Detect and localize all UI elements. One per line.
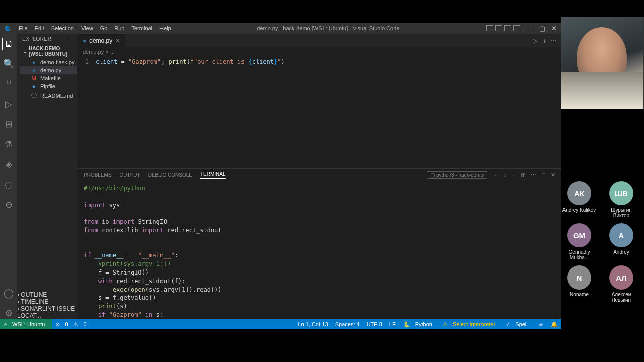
layout-icon[interactable] [504, 25, 511, 31]
search-icon[interactable]: 🔍 [3, 58, 15, 70]
menu-terminal[interactable]: Terminal [128, 24, 156, 33]
chevron-down-icon[interactable]: ⌄ [503, 172, 507, 178]
sidebar-section-timeline[interactable]: › TIMELINE [17, 298, 77, 305]
participant-name: Gennadiy Mukha... [560, 249, 598, 260]
tab-debug-console[interactable]: DEBUG CONSOLE [148, 172, 192, 178]
project-root[interactable]: ⌄ HACK-DEMO [WSL: UBUNTU] [17, 44, 77, 58]
layout-icon[interactable] [513, 25, 520, 31]
split-terminal-icon[interactable]: ⫞ [512, 172, 515, 178]
menu-file[interactable]: File [15, 24, 31, 33]
minimize-button[interactable]: — [524, 24, 536, 33]
more-icon[interactable]: ⋯ [67, 36, 73, 42]
gear-icon[interactable]: ⚙ [3, 307, 15, 319]
split-editor-icon[interactable]: ⫞ [542, 37, 545, 44]
title-bar: ⧉ File Edit Selection View Go Run Termin… [0, 23, 561, 34]
python-icon: ● [83, 37, 86, 44]
remote-icon[interactable]: ◌ [3, 178, 15, 191]
participant[interactable]: ШВ Шурыгин Виктор [603, 181, 640, 218]
status-language[interactable]: 🐍 Python [399, 321, 439, 328]
terminal-interpreter[interactable]: ▢ python3 - hack-demo [427, 171, 487, 179]
remote-indicator[interactable]: ⟐ WSL: Ubuntu [0, 319, 52, 329]
makefile-icon: M [30, 75, 37, 81]
layout-controls [482, 25, 524, 31]
status-feedback-icon[interactable]: ☺ [535, 321, 547, 328]
more-actions-icon[interactable]: ⋯ [550, 37, 556, 44]
trash-icon[interactable]: 🗑 [520, 172, 526, 178]
terminal[interactable]: #!/usr/bin/python import sys from io imp… [77, 181, 561, 319]
new-terminal-icon[interactable]: ＋ [492, 171, 498, 179]
editor-pane: ● demo.py ✕ ▷ ⫞ ⋯ demo.py > ... 1 client… [77, 34, 561, 319]
avatar: GM [567, 223, 591, 247]
file-demo[interactable]: ●demo.py [20, 66, 77, 74]
participant[interactable]: АЛ Алексей Левькин [603, 265, 640, 303]
status-cursor-pos[interactable]: Ln 1, Col 13 [294, 321, 331, 328]
participant-name: Noname [560, 292, 598, 297]
markdown-icon: ⓘ [30, 92, 37, 99]
status-spell[interactable]: ✓ Spell [502, 321, 534, 328]
maximize-button[interactable]: ▢ [537, 24, 548, 33]
docker-icon[interactable]: ◈ [3, 158, 15, 170]
tab-demo[interactable]: ● demo.py ✕ [77, 34, 126, 47]
close-button[interactable]: ✕ [549, 24, 559, 33]
pipfile-icon: ● [30, 83, 37, 89]
status-encoding[interactable]: UTF-8 [363, 321, 386, 328]
status-eol[interactable]: LF [386, 321, 399, 328]
file-readme[interactable]: ⓘREADME.md [20, 90, 77, 100]
status-bell-icon[interactable]: 🔔 [547, 321, 561, 328]
participant-name: Andrey [603, 249, 640, 255]
participant[interactable]: N Noname [560, 265, 598, 303]
python-icon: ● [30, 59, 37, 65]
testing-icon[interactable]: ⚗ [3, 138, 15, 150]
other-icon[interactable]: ⊖ [3, 199, 15, 211]
close-tab-icon[interactable]: ✕ [115, 37, 120, 44]
participant[interactable]: A Andrey [603, 223, 640, 260]
sidebar-section-outline[interactable]: › OUTLINE [17, 291, 77, 298]
tab-terminal[interactable]: TERMINAL [200, 171, 226, 179]
breadcrumb[interactable]: demo.py > ... [77, 47, 561, 56]
layout-icon[interactable] [486, 25, 493, 31]
menu-selection[interactable]: Selection [48, 24, 77, 33]
extensions-icon[interactable]: ⊞ [3, 118, 15, 130]
python-icon: ● [30, 67, 37, 73]
status-errors[interactable]: ⊘ 0 ⚠ 0 [52, 321, 93, 328]
menu-go[interactable]: Go [97, 24, 111, 33]
vscode-logo-icon: ⧉ [0, 24, 15, 33]
window-title: demo.py - hack-demo [WSL: Ubuntu] - Visu… [175, 25, 482, 31]
avatar: ШВ [609, 181, 633, 205]
participant[interactable]: GM Gennadiy Mukha... [560, 223, 598, 260]
status-interpreter-warning[interactable]: ⚠ Select Interpreter [439, 321, 502, 328]
more-icon[interactable]: ⋯ [531, 172, 536, 178]
avatar: N [567, 265, 591, 290]
code-editor[interactable]: 1 client = "Gazprom"; print(f"our client… [77, 56, 561, 168]
line-number: 1 [77, 58, 96, 65]
menu-run[interactable]: Run [111, 24, 128, 33]
status-spaces[interactable]: Spaces: 4 [332, 321, 363, 328]
chevron-up-icon[interactable]: ⌃ [541, 172, 546, 178]
participant-name: Алексей Левькин [603, 292, 640, 303]
menu-help[interactable]: Help [156, 24, 175, 33]
vscode-window: ⧉ File Edit Selection View Go Run Termin… [0, 23, 561, 329]
participant[interactable]: АК Andrey Kulikov [560, 181, 598, 218]
sidebar-section-sonarlint[interactable]: › SONARLINT ISSUE LOCAT... [17, 305, 77, 319]
account-icon[interactable]: ◯ [3, 287, 15, 299]
bottom-panel: PROBLEMS OUTPUT DEBUG CONSOLE TERMINAL ▢… [77, 168, 561, 319]
avatar: АЛ [609, 265, 633, 290]
run-debug-icon[interactable]: ▷ [3, 98, 15, 110]
explorer-icon[interactable]: 🗎 [2, 38, 14, 50]
run-file-icon[interactable]: ▷ [533, 37, 537, 44]
chevron-down-icon: ⌄ [23, 49, 27, 54]
menu-edit[interactable]: Edit [31, 24, 48, 33]
file-makefile[interactable]: MMakefile [20, 74, 77, 82]
tab-problems[interactable]: PROBLEMS [84, 172, 112, 178]
tab-output[interactable]: OUTPUT [120, 172, 140, 178]
file-demo-flask[interactable]: ●demo-flask.py [20, 58, 77, 66]
close-panel-icon[interactable]: ✕ [551, 172, 555, 178]
menu-view[interactable]: View [77, 24, 97, 33]
file-pipfile[interactable]: ●Pipfile [20, 82, 77, 90]
layout-icon[interactable] [495, 25, 502, 31]
activity-bar: 🗎 🔍 ⑂ ▷ ⊞ ⚗ ◈ ◌ ⊖ ◯ ⚙ [0, 34, 17, 319]
avatar: АК [567, 181, 591, 205]
participant-name: Шурыгин Виктор [603, 207, 640, 218]
status-bar: ⟐ WSL: Ubuntu ⊘ 0 ⚠ 0 Ln 1, Col 13 Space… [0, 319, 561, 329]
source-control-icon[interactable]: ⑂ [3, 78, 15, 90]
